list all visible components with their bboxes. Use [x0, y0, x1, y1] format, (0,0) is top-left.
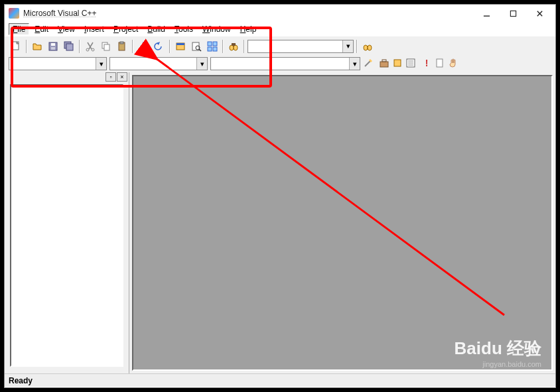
svg-marker-19 — [143, 42, 146, 45]
svg-rect-37 — [380, 62, 388, 67]
undo-button[interactable] — [136, 39, 151, 54]
svg-rect-16 — [104, 44, 109, 50]
panel-pin-button[interactable]: ▫ — [105, 72, 116, 82]
svg-rect-27 — [213, 42, 217, 46]
menu-project[interactable]: Project — [109, 23, 142, 35]
copy-button[interactable] — [99, 39, 113, 54]
properties-button[interactable] — [405, 58, 416, 70]
menu-window[interactable]: Window — [198, 23, 235, 35]
cut-icon — [85, 41, 96, 52]
chevron-down-icon: ▾ — [349, 58, 360, 70]
filter-combo[interactable]: ▾ — [210, 57, 360, 70]
class-view-tree[interactable] — [10, 84, 123, 367]
new-file-button[interactable] — [9, 39, 23, 54]
minimize-button[interactable] — [473, 5, 500, 21]
output-button[interactable] — [435, 58, 445, 70]
open-folder-icon — [32, 41, 42, 52]
app-icon — [9, 8, 19, 19]
window-list-button[interactable] — [173, 39, 188, 54]
menu-tools[interactable]: Tools — [171, 23, 197, 35]
resource-icon — [392, 58, 403, 68]
save-all-button[interactable] — [62, 39, 76, 54]
class-combo[interactable]: ▾ — [9, 57, 107, 70]
minimize-icon — [483, 10, 490, 17]
undo-icon — [138, 41, 149, 52]
app-window: Microsoft Visual C++ File Edit View Inse… — [4, 4, 556, 388]
save-button[interactable] — [46, 39, 60, 54]
hand-icon — [448, 58, 458, 68]
svg-point-13 — [86, 48, 89, 51]
output-icon — [435, 58, 445, 68]
resource-button[interactable] — [392, 58, 403, 70]
svg-point-31 — [234, 45, 238, 50]
cut-button[interactable] — [83, 39, 98, 54]
menu-build[interactable]: Build — [143, 23, 169, 35]
svg-rect-23 — [192, 42, 199, 50]
wizard-button[interactable] — [363, 58, 374, 70]
svg-rect-10 — [66, 44, 73, 50]
svg-rect-18 — [120, 42, 123, 44]
menubar: File Edit View Insert Project Build Tool… — [5, 22, 555, 36]
copy-icon — [101, 41, 111, 52]
titlebar: Microsoft Visual C++ — [5, 5, 555, 22]
exclaim-icon: ! — [421, 58, 432, 68]
wizard-icon — [363, 58, 374, 68]
svg-text:!: ! — [425, 58, 429, 68]
close-icon — [536, 10, 543, 17]
find-button[interactable] — [226, 39, 241, 54]
member-combo[interactable]: ▾ — [109, 57, 208, 70]
menu-view[interactable]: View — [54, 23, 79, 35]
svg-point-34 — [368, 45, 372, 50]
menu-edit[interactable]: Edit — [31, 23, 52, 35]
hand-button[interactable] — [448, 58, 458, 70]
menu-insert[interactable]: Insert — [80, 23, 108, 35]
chevron-down-icon: ▾ — [196, 58, 207, 70]
find-in-files-button[interactable] — [189, 39, 204, 54]
binoculars-icon — [362, 41, 373, 52]
svg-rect-22 — [176, 43, 184, 45]
menu-help[interactable]: Help — [236, 23, 261, 35]
svg-line-25 — [199, 49, 201, 51]
close-button[interactable] — [526, 5, 553, 21]
binoculars-icon — [228, 41, 239, 52]
svg-rect-7 — [51, 43, 55, 46]
svg-rect-38 — [382, 60, 386, 62]
toolbox-button[interactable] — [379, 58, 389, 70]
paste-button[interactable] — [115, 39, 129, 54]
wizard-toolbar: ▾ ▾ ▾ ! — [5, 55, 555, 72]
svg-rect-32 — [232, 43, 236, 46]
redo-button[interactable] — [152, 39, 167, 54]
svg-rect-45 — [437, 59, 443, 67]
save-icon — [48, 41, 58, 52]
tile-windows-icon — [207, 41, 218, 52]
open-button[interactable] — [30, 39, 44, 54]
status-text: Ready — [9, 376, 33, 385]
svg-marker-20 — [157, 42, 160, 45]
save-all-icon — [64, 41, 74, 52]
menu-file[interactable]: File — [9, 23, 29, 35]
find-combo[interactable]: ▾ — [247, 40, 354, 53]
watermark: Baidu 经验 jingyan.baidu.com — [455, 337, 541, 368]
chevron-down-icon: ▾ — [342, 40, 353, 52]
search-button[interactable] — [360, 39, 375, 54]
toolbox-icon — [379, 58, 389, 68]
svg-rect-1 — [510, 11, 516, 16]
workspace-panel: ▫ × — [5, 72, 129, 373]
panel-tab-strip: ▫ × — [5, 72, 129, 84]
exclaim-button[interactable]: ! — [421, 58, 432, 70]
svg-rect-26 — [208, 42, 212, 46]
tile-windows-button[interactable] — [205, 39, 220, 54]
standard-toolbar: ▾ — [5, 36, 555, 55]
properties-icon — [405, 58, 416, 68]
new-file-icon — [11, 41, 21, 52]
panel-close-button[interactable]: × — [117, 72, 127, 82]
svg-rect-8 — [51, 47, 55, 50]
svg-point-33 — [364, 45, 368, 50]
redo-icon — [154, 41, 165, 52]
find-in-files-icon — [191, 41, 202, 52]
workspace: ▫ × — [5, 72, 555, 373]
maximize-button[interactable] — [500, 5, 526, 21]
window-title: Microsoft Visual C++ — [23, 9, 473, 18]
chevron-down-icon: ▾ — [96, 58, 106, 70]
svg-line-35 — [365, 61, 370, 66]
